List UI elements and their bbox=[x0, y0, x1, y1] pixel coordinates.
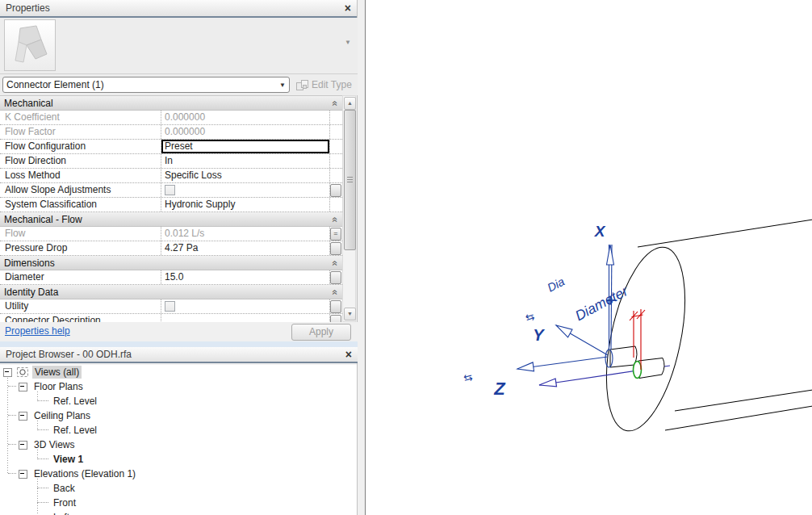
section-header[interactable]: Mechanical - Flow« bbox=[0, 212, 342, 227]
property-value[interactable] bbox=[161, 299, 329, 313]
drawing-area[interactable]: X Y Z Dia Diameter ⇆ ⇆ bbox=[365, 0, 812, 515]
rotate-handle-icon[interactable]: ⇆ bbox=[524, 310, 536, 324]
associate-parameter-button[interactable] bbox=[330, 271, 341, 284]
tree-item[interactable]: Floor Plans bbox=[0, 379, 357, 394]
collapse-toggle-icon[interactable] bbox=[19, 470, 27, 479]
z-axis-arrowhead[interactable] bbox=[517, 362, 534, 371]
tree-guide bbox=[8, 415, 16, 417]
collapse-chevron-icon[interactable]: « bbox=[332, 289, 340, 295]
pipe-end-face[interactable] bbox=[592, 241, 699, 438]
type-selector-dropdown[interactable]: Connector Element (1) ▼ bbox=[2, 77, 290, 93]
property-value-text: Specific Loss bbox=[165, 170, 222, 181]
tree-item[interactable]: 3D Views bbox=[0, 438, 357, 452]
close-icon[interactable]: × bbox=[345, 2, 351, 14]
z-axis-label: Z bbox=[493, 379, 506, 399]
tree-item[interactable]: Ref. Level bbox=[0, 394, 357, 408]
scroll-up-icon[interactable]: ▲ bbox=[344, 97, 356, 110]
property-value[interactable]: 0.000000 bbox=[161, 125, 329, 139]
dock-resize-gutter[interactable] bbox=[358, 0, 365, 515]
tree-item-label: Ref. Level bbox=[51, 395, 99, 408]
tree-item[interactable]: Elevations (Elevation 1) bbox=[0, 467, 357, 481]
property-row: Utility bbox=[0, 299, 342, 314]
property-value[interactable]: Preset bbox=[161, 140, 329, 153]
tree-guide bbox=[37, 488, 48, 489]
parameter-button-strip bbox=[329, 169, 342, 182]
grid-scrollbar[interactable]: ▲ ▼ bbox=[342, 95, 356, 322]
associate-parameter-button[interactable] bbox=[330, 184, 341, 197]
section-header[interactable]: Mechanical« bbox=[0, 96, 342, 111]
rotate-handle-icon[interactable]: ⇆ bbox=[463, 371, 475, 384]
property-value[interactable]: 4.27 Pa bbox=[161, 241, 329, 255]
collapse-chevron-icon[interactable]: « bbox=[332, 100, 340, 106]
property-row: K Coefficient0.000000 bbox=[0, 111, 342, 125]
section-header[interactable]: Identity Data« bbox=[0, 285, 342, 299]
tree-item[interactable]: Back bbox=[0, 481, 357, 496]
associate-parameter-button[interactable] bbox=[330, 300, 341, 313]
pipe-bottom-silhouette[interactable] bbox=[665, 406, 812, 430]
property-value-text: 0.012 L/s bbox=[165, 228, 204, 239]
parameter-button-strip bbox=[329, 111, 342, 124]
collapse-chevron-icon[interactable]: « bbox=[332, 216, 340, 222]
property-name: K Coefficient bbox=[0, 111, 161, 124]
preview-expand-arrow-icon[interactable]: ▼ bbox=[345, 39, 351, 46]
connector-origin-green-ellipse[interactable] bbox=[634, 362, 642, 379]
project-browser-title: Project Browser - 00 ODH.rfa bbox=[6, 349, 345, 360]
section-label: Mechanical bbox=[4, 98, 333, 109]
edit-type-button[interactable]: Edit Type bbox=[296, 79, 352, 90]
parameter-button-strip bbox=[329, 198, 342, 211]
tree-guide bbox=[37, 450, 38, 459]
associate-parameter-button[interactable] bbox=[330, 315, 341, 322]
property-value[interactable] bbox=[161, 314, 329, 322]
property-value[interactable]: Hydronic Supply bbox=[161, 198, 329, 211]
tree-guide bbox=[37, 502, 48, 504]
connector-cylinder-rear[interactable] bbox=[610, 346, 637, 367]
tree-item[interactable]: Ref. Level bbox=[0, 423, 357, 438]
tree-item[interactable]: Front bbox=[0, 496, 357, 510]
section-label: Dimensions bbox=[4, 258, 333, 269]
associate-parameter-button[interactable] bbox=[330, 242, 341, 255]
close-icon[interactable]: × bbox=[345, 349, 352, 360]
tree-item[interactable]: Views (all) bbox=[0, 365, 357, 379]
project-browser-titlebar[interactable]: Project Browser - 00 ODH.rfa × bbox=[0, 347, 358, 363]
tree-item-label: Front bbox=[51, 496, 78, 509]
section-header[interactable]: Dimensions« bbox=[0, 256, 342, 270]
collapse-toggle-icon[interactable] bbox=[19, 441, 27, 450]
collapse-toggle-icon[interactable] bbox=[3, 368, 12, 377]
collapse-chevron-icon[interactable]: « bbox=[332, 260, 340, 266]
scroll-down-icon[interactable]: ▼ bbox=[344, 308, 356, 320]
model-view: X Y Z Dia Diameter ⇆ ⇆ bbox=[366, 0, 812, 515]
property-value[interactable] bbox=[161, 183, 329, 197]
tree-item[interactable]: Left bbox=[0, 510, 357, 515]
property-value[interactable]: 0.000000 bbox=[161, 111, 329, 124]
tree-guide bbox=[37, 391, 38, 401]
tree-guide bbox=[37, 479, 38, 515]
properties-help-link[interactable]: Properties help bbox=[5, 325, 70, 337]
property-row: Flow Factor0.000000 bbox=[0, 125, 342, 140]
pipe-bottom-edge[interactable] bbox=[675, 390, 812, 411]
property-value[interactable]: In bbox=[161, 154, 329, 168]
checkbox[interactable] bbox=[165, 301, 175, 312]
x-axis-arrowhead[interactable] bbox=[607, 245, 614, 265]
dia-annotation[interactable]: Dia bbox=[545, 274, 567, 294]
collapse-toggle-icon[interactable] bbox=[19, 383, 27, 391]
scrollbar-grip bbox=[347, 177, 353, 183]
property-value[interactable]: 0.012 L/s bbox=[161, 227, 329, 241]
associate-parameter-button[interactable]: = bbox=[330, 228, 341, 241]
properties-titlebar[interactable]: Properties × bbox=[0, 0, 357, 18]
connector-direction-arrowhead[interactable] bbox=[539, 379, 557, 387]
apply-button[interactable]: Apply bbox=[291, 324, 351, 341]
pipe-top-edge[interactable] bbox=[638, 220, 812, 247]
checkbox[interactable] bbox=[165, 185, 175, 195]
property-value[interactable]: Specific Loss bbox=[161, 169, 329, 182]
property-row: Flow0.012 L/s= bbox=[0, 227, 342, 241]
property-value[interactable]: 15.0 bbox=[161, 270, 329, 284]
tree-item[interactable]: View 1 bbox=[0, 452, 357, 467]
scrollbar-thumb[interactable] bbox=[344, 110, 356, 250]
connector-cylinder-front[interactable] bbox=[638, 358, 664, 379]
property-value-text: 0.000000 bbox=[165, 111, 205, 123]
panel-separator bbox=[0, 341, 358, 347]
tree-item[interactable]: Ceiling Plans bbox=[0, 408, 357, 423]
y-axis-arrowhead[interactable] bbox=[556, 325, 572, 337]
collapse-toggle-icon[interactable] bbox=[19, 412, 27, 421]
dropdown-arrow-icon[interactable]: ▼ bbox=[276, 82, 289, 89]
